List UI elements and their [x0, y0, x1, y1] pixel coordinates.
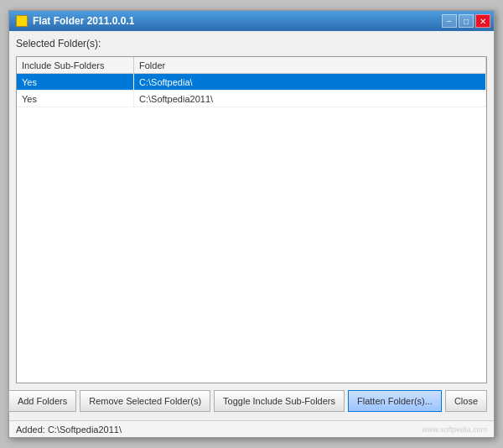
minimize-button[interactable]: −: [442, 14, 457, 28]
cell-folder-2: C:\Softpedia2011\: [134, 91, 486, 107]
toggle-include-button[interactable]: Toggle Include Sub-Folders: [214, 390, 345, 412]
close-button[interactable]: Close: [445, 390, 487, 412]
folders-table: Include Sub-Folders Folder Yes C:\Softpe…: [16, 56, 487, 383]
table-body: Yes C:\Softpedia\ Yes C:\Softpedia2011\: [17, 74, 486, 383]
table-row[interactable]: Yes C:\Softpedia2011\: [17, 91, 486, 107]
window-title: Flat Folder 2011.0.0.1: [33, 15, 134, 27]
col-header-folder: Folder: [134, 57, 486, 73]
window-body: Selected Folder(s): Include Sub-Folders …: [9, 31, 494, 420]
section-label: Selected Folder(s):: [16, 38, 487, 49]
window-controls: − □ ✕: [442, 14, 490, 28]
remove-selected-button[interactable]: Remove Selected Folder(s): [80, 390, 210, 412]
cell-sub-folders-1: Yes: [17, 74, 134, 90]
cell-sub-folders-2: Yes: [17, 91, 134, 107]
col-header-sub-folders: Include Sub-Folders: [17, 57, 134, 73]
status-text: Added: C:\Softpedia2011\: [16, 425, 122, 435]
table-header: Include Sub-Folders Folder: [17, 57, 486, 74]
flatten-button[interactable]: Flatten Folder(s)...: [348, 390, 442, 412]
table-row[interactable]: Yes C:\Softpedia\: [17, 74, 486, 91]
cell-folder-1: C:\Softpedia\: [134, 74, 486, 90]
status-bar: Added: C:\Softpedia2011\ www.softpedia.c…: [9, 420, 494, 437]
title-bar: Flat Folder 2011.0.0.1 − □ ✕: [9, 11, 494, 31]
app-icon: [16, 15, 28, 27]
watermark: www.softpedia.com: [422, 425, 487, 434]
restore-button[interactable]: □: [459, 14, 474, 28]
button-bar: Add Folders Remove Selected Folder(s) To…: [16, 388, 487, 414]
main-window: Flat Folder 2011.0.0.1 − □ ✕ Selected Fo…: [8, 10, 495, 438]
close-window-button[interactable]: ✕: [475, 14, 490, 28]
add-folders-button[interactable]: Add Folders: [8, 390, 76, 412]
